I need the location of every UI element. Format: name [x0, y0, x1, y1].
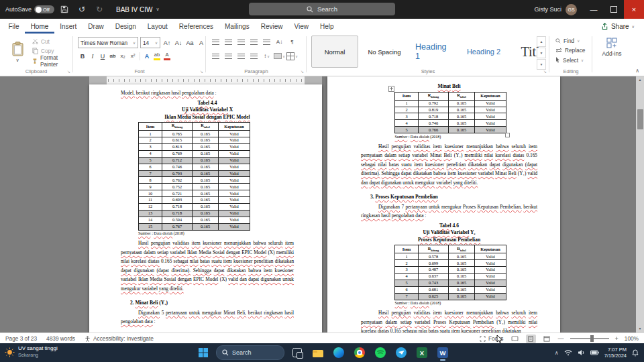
numbering-button[interactable] — [223, 37, 234, 47]
font-family-select[interactable]: Times New Roman ∨ — [78, 37, 138, 48]
page-3[interactable]: Model, berikut ringkasan hasil pengolaha… — [89, 84, 322, 333]
validity-table[interactable]: ItemRhitungRtabelKeputusan10.7920.165Val… — [394, 92, 504, 134]
table-row[interactable]: 50.7430.165Valid — [395, 280, 506, 286]
shading-button[interactable]: ∨ — [274, 51, 285, 61]
table-row[interactable]: 130.7180.165Valid — [139, 210, 250, 217]
superscript-button[interactable]: x² — [128, 51, 138, 61]
zoom-slider-thumb[interactable] — [590, 335, 594, 342]
styles-gallery-down-button[interactable]: ▼ — [537, 48, 546, 58]
taskbar-search[interactable]: Search — [216, 345, 284, 360]
table-row[interactable]: 60.7460.165Valid — [139, 164, 250, 170]
paragraph[interactable]: Model, berikut ringkasan hasil pengolaha… — [121, 88, 294, 98]
multilevel-list-button[interactable] — [235, 37, 247, 47]
table-row[interactable]: 30.7180.165Valid — [395, 113, 506, 120]
bullets-button[interactable] — [210, 37, 221, 47]
align-right-button[interactable] — [235, 51, 247, 61]
table-row[interactable]: 30.4870.165Valid — [395, 267, 506, 274]
autosave-toggle[interactable]: AutoSave Off — [5, 5, 54, 13]
table-row[interactable]: 110.6930.165Valid — [139, 197, 250, 204]
zoom-out-button[interactable]: — — [558, 335, 564, 342]
paragraph[interactable]: Hasil pengujian validitas item kuesioner… — [361, 308, 537, 333]
minimize-button[interactable]: — — [584, 0, 604, 19]
close-button[interactable]: × — [624, 0, 644, 19]
line-spacing-button[interactable]: ↕∨ — [261, 51, 272, 61]
zoom-level[interactable]: 100% — [625, 335, 639, 342]
zoom-in-button[interactable]: + — [615, 335, 619, 342]
titlebar-search[interactable]: Search — [249, 3, 395, 15]
scroll-up-arrow-icon[interactable]: ▲ — [636, 76, 644, 84]
strikethrough-button[interactable]: ab — [108, 51, 117, 61]
style-heading-1[interactable]: Heading 1 — [411, 36, 458, 68]
clear-formatting-button[interactable]: A — [197, 38, 206, 48]
maximize-button[interactable] — [604, 0, 624, 19]
paragraph[interactable]: Hasil pengujian validitas item kuesioner… — [121, 239, 294, 294]
taskbar-word-icon[interactable]: W — [435, 345, 450, 361]
justify-button[interactable] — [248, 51, 260, 61]
tab-file[interactable]: File — [3, 19, 25, 34]
table-row[interactable]: 20.6990.165Valid — [395, 260, 506, 267]
font-size-select[interactable]: 14 ∨ — [140, 37, 160, 48]
highlight-button[interactable]: ab — [152, 51, 162, 61]
table-row[interactable]: 140.5940.165Valid — [139, 217, 250, 223]
style-heading-2[interactable]: Heading 2 — [460, 36, 507, 68]
notifications-bell-icon[interactable] — [632, 349, 639, 357]
paragraph[interactable]: Digunakan 7 pertanyaan untuk mengukur Pr… — [361, 202, 537, 221]
styles-dialog-launcher[interactable]: ↘ — [543, 69, 547, 74]
start-button[interactable] — [196, 345, 211, 360]
cut-button[interactable]: Cut — [32, 38, 72, 45]
addins-button[interactable]: Add-ins — [598, 38, 625, 57]
tab-draw[interactable]: Draw — [83, 19, 109, 34]
table-row[interactable]: 40.6370.165Valid — [395, 274, 506, 280]
tab-design[interactable]: Design — [109, 19, 142, 34]
volume-icon[interactable] — [578, 349, 585, 356]
align-center-button[interactable] — [223, 51, 234, 61]
style-normal[interactable]: Normal — [311, 36, 358, 68]
read-mode-button[interactable] — [510, 335, 520, 343]
table-row[interactable]: 80.7620.165Valid — [139, 177, 250, 184]
table-row[interactable]: 150.7670.165Valid — [139, 223, 250, 230]
show-formatting-marks-button[interactable]: ¶ — [286, 37, 298, 47]
tab-mailings[interactable]: Mailings — [219, 19, 255, 34]
paragraph[interactable]: Digunakan 5 pertanyaan untuk mengukur Mi… — [121, 308, 294, 326]
table-move-handle[interactable] — [388, 86, 394, 92]
text-effects-button[interactable]: A — [142, 51, 152, 61]
subscript-button[interactable]: x₂ — [118, 51, 127, 61]
format-painter-button[interactable]: Format Painter — [32, 57, 72, 64]
table-caption[interactable]: Tabel 4.4Uji Validitas Variabel XIklan M… — [121, 100, 294, 121]
table-caption[interactable]: Minat Beli — [361, 83, 537, 90]
vertical-scrollbar[interactable]: ▲ ▼ — [636, 76, 644, 333]
table-resize-handle[interactable] — [505, 133, 510, 137]
redo-button[interactable]: ↻ — [92, 1, 107, 17]
taskbar-spotify-icon[interactable] — [373, 345, 388, 361]
clipboard-dialog-launcher[interactable]: ↘ — [67, 69, 70, 74]
replace-button[interactable]: Replace — [555, 47, 585, 54]
borders-button[interactable]: ∨ — [286, 51, 298, 61]
section-heading[interactable]: 2. Minat Beli (Y₁) — [130, 299, 294, 306]
battery-icon[interactable] — [590, 350, 599, 355]
decrease-indent-button[interactable] — [248, 37, 260, 47]
validity-table[interactable]: ItemRhitungRtabelKeputusan10.5780.165Val… — [394, 245, 504, 300]
find-button[interactable]: Find ∨ — [555, 37, 585, 44]
table-row[interactable]: 50.7660.165Valid — [395, 127, 506, 133]
change-case-button[interactable]: Aa — [185, 38, 195, 48]
table-row[interactable]: 10.7650.165Valid — [139, 131, 250, 137]
zoom-slider[interactable] — [570, 338, 609, 339]
styles-gallery-up-button[interactable]: ▲ — [537, 36, 546, 47]
table-row[interactable]: 40.7690.165Valid — [139, 150, 250, 157]
table-row[interactable]: 20.6150.165Valid — [139, 137, 250, 144]
table-caption[interactable]: Tabel 4.6Uji Validitas Variabel Y₂Proses… — [361, 223, 537, 244]
tab-view[interactable]: View — [288, 19, 315, 34]
tab-layout[interactable]: Layout — [142, 19, 173, 34]
print-layout-button[interactable] — [526, 335, 536, 343]
table-row[interactable]: 90.7520.165Valid — [139, 184, 250, 190]
page-indicator[interactable]: Page 3 of 23 — [5, 335, 37, 342]
avatar[interactable]: GS — [566, 4, 577, 15]
select-button[interactable]: Select ∨ — [555, 56, 585, 64]
italic-button[interactable]: I — [88, 51, 97, 61]
undo-button[interactable]: ↺ — [74, 1, 89, 17]
tab-home[interactable]: Home — [25, 19, 54, 34]
scrollbar-thumb[interactable] — [637, 109, 643, 129]
tab-help[interactable]: Help — [314, 19, 339, 34]
table-row[interactable]: 70.6250.165Valid — [395, 293, 506, 300]
taskbar-clock[interactable]: 7:07 PM 7/15/2024 — [604, 347, 627, 359]
